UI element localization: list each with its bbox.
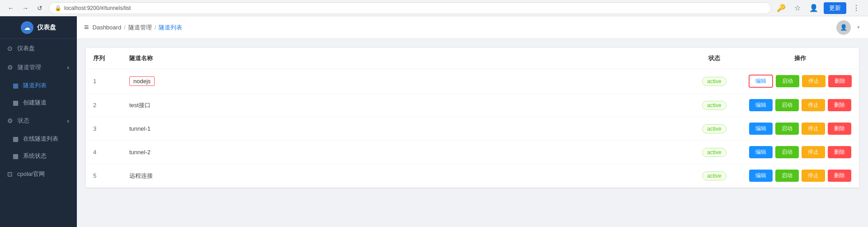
row-5-edit-button[interactable]: 编辑 <box>749 170 773 182</box>
table-header-row: 序列 隧道名称 状态 操作 <box>86 48 859 69</box>
row-1-name: nodejs <box>129 76 155 86</box>
row-3-edit-button[interactable]: 编辑 <box>749 123 773 135</box>
breadcrumb-sep-1: / <box>124 24 126 31</box>
row-1-actions: 编辑 启动 停止 删除 <box>741 69 859 94</box>
sidebar: ☁ 仪表盘 ⊙ 仪表盘 ⚙ 隧道管理 ∧ ▦ 隧道列表 ▦ 创建隧道 ⚙ 状态 … <box>0 16 77 227</box>
breadcrumb-current: 隧道列表 <box>159 24 182 32</box>
row-1-delete-button[interactable]: 删除 <box>828 75 852 87</box>
row-4-action-btns: 编辑 启动 停止 删除 <box>749 146 852 158</box>
row-4-status-badge: active <box>702 148 726 157</box>
sidebar-online-tunnels-label: 在线隧道列表 <box>23 135 58 143</box>
hamburger-button[interactable]: ≡ <box>84 23 89 32</box>
dashboard-icon: ⊙ <box>7 45 13 52</box>
back-button[interactable]: ← <box>5 3 16 14</box>
header-avatar[interactable]: 👤 <box>836 20 851 35</box>
table-row: 3 tunnel-1 active 编辑 启动 停止 删除 <box>86 117 859 141</box>
sidebar-item-online-tunnels[interactable]: ▦ 在线隧道列表 <box>0 130 77 147</box>
row-5-stop-button[interactable]: 停止 <box>802 170 825 182</box>
status-icon: ⚙ <box>7 117 13 124</box>
row-2-actions: 编辑 启动 停止 删除 <box>741 94 859 117</box>
row-2-delete-button[interactable]: 删除 <box>828 99 851 111</box>
row-1-stop-button[interactable]: 停止 <box>802 75 826 87</box>
star-icon[interactable]: ☆ <box>791 2 804 14</box>
row-3-actions: 编辑 启动 停止 删除 <box>741 117 859 141</box>
table-row: 4 tunnel-2 active 编辑 启动 停止 删除 <box>86 141 859 164</box>
cpolar-icon: ⊡ <box>7 170 13 178</box>
tunnels-table: 序列 隧道名称 状态 操作 1 nodejs <box>86 48 859 188</box>
row-4-name: tunnel-2 <box>122 141 687 164</box>
row-4-edit-button[interactable]: 编辑 <box>749 146 773 158</box>
row-3-name: tunnel-1 <box>122 117 687 141</box>
row-1-seq: 1 <box>86 69 122 94</box>
row-2-status-badge: active <box>702 101 726 110</box>
sidebar-section-status[interactable]: ⚙ 状态 ∧ <box>0 111 77 130</box>
logo-icon: ☁ <box>21 21 33 34</box>
sidebar-item-create-tunnel[interactable]: ▦ 创建隧道 <box>0 94 77 111</box>
row-4-start-button[interactable]: 启动 <box>775 146 799 158</box>
url-text: localhost:9200/#/tunnels/list <box>64 5 131 11</box>
row-4-stop-button[interactable]: 停止 <box>802 146 825 158</box>
row-3-action-btns: 编辑 启动 停止 删除 <box>749 123 852 135</box>
key-icon[interactable]: 🔑 <box>775 2 788 14</box>
row-2-action-btns: 编辑 启动 停止 删除 <box>749 99 852 111</box>
col-header-status: 状态 <box>687 48 741 69</box>
row-3-status-badge: active <box>702 124 726 133</box>
row-5-action-btns: 编辑 启动 停止 删除 <box>749 170 852 182</box>
sidebar-system-status-label: 系统状态 <box>23 152 47 160</box>
breadcrumb-tunnel-mgmt[interactable]: 隧道管理 <box>128 24 152 32</box>
row-1-status: active <box>687 69 741 94</box>
col-header-actions: 操作 <box>741 48 859 69</box>
col-header-name: 隧道名称 <box>122 48 687 69</box>
refresh-button[interactable]: ↺ <box>34 3 45 14</box>
logo-text: 仪表盘 <box>37 24 56 32</box>
account-icon[interactable]: 👤 <box>807 2 820 14</box>
row-1-name-cell: nodejs <box>122 69 687 94</box>
tunnel-mgmt-icon: ⚙ <box>7 64 13 71</box>
row-2-seq: 2 <box>86 94 122 117</box>
forward-button[interactable]: → <box>20 3 31 14</box>
row-5-seq: 5 <box>86 164 122 188</box>
create-tunnel-icon: ▦ <box>13 99 19 106</box>
sidebar-tunnel-list-label: 隧道列表 <box>23 81 47 90</box>
row-2-start-button[interactable]: 启动 <box>775 99 799 111</box>
row-5-status-badge: active <box>702 171 726 180</box>
update-button[interactable]: 更新 <box>824 2 846 14</box>
row-1-status-badge: active <box>702 77 726 86</box>
row-3-start-button[interactable]: 启动 <box>775 123 799 135</box>
row-5-name: 远程连接 <box>122 164 687 188</box>
sidebar-item-cpolar[interactable]: ⊡ cpolar官网 <box>0 165 77 184</box>
row-1-action-btns: 编辑 启动 停止 删除 <box>749 75 852 88</box>
lock-icon: 🔒 <box>55 5 61 11</box>
sidebar-item-dashboard[interactable]: ⊙ 仪表盘 <box>0 39 77 58</box>
row-5-delete-button[interactable]: 删除 <box>828 170 851 182</box>
sidebar-section-tunnel-mgmt[interactable]: ⚙ 隧道管理 ∧ <box>0 58 77 77</box>
sidebar-status-label: 状态 <box>18 117 29 125</box>
more-icon[interactable]: ⋮ <box>850 2 863 14</box>
status-arrow: ∧ <box>66 118 70 123</box>
row-3-delete-button[interactable]: 删除 <box>828 123 851 135</box>
row-4-seq: 4 <box>86 141 122 164</box>
browser-actions: 🔑 ☆ 👤 更新 ⋮ <box>775 2 863 14</box>
content-area: 序列 隧道名称 状态 操作 1 nodejs <box>77 39 868 227</box>
row-1-edit-button[interactable]: 编辑 <box>749 75 773 88</box>
header-dropdown-arrow[interactable]: ▼ <box>856 25 861 30</box>
row-5-actions: 编辑 启动 停止 删除 <box>741 164 859 188</box>
sidebar-cpolar-label: cpolar官网 <box>17 170 45 178</box>
sidebar-item-system-status[interactable]: ▦ 系统状态 <box>0 147 77 165</box>
row-4-delete-button[interactable]: 删除 <box>828 146 851 158</box>
breadcrumb: Dashboard / 隧道管理 / 隧道列表 <box>93 24 833 32</box>
sidebar-logo: ☁ 仪表盘 <box>0 16 77 39</box>
sidebar-item-tunnel-list[interactable]: ▦ 隧道列表 <box>0 77 77 94</box>
row-1-start-button[interactable]: 启动 <box>776 75 799 87</box>
col-header-seq: 序列 <box>86 48 122 69</box>
row-3-stop-button[interactable]: 停止 <box>802 123 825 135</box>
breadcrumb-dashboard[interactable]: Dashboard <box>93 24 122 31</box>
row-2-stop-button[interactable]: 停止 <box>802 99 825 111</box>
row-4-actions: 编辑 启动 停止 删除 <box>741 141 859 164</box>
browser-bar: ← → ↺ 🔒 localhost:9200/#/tunnels/list 🔑 … <box>0 0 868 16</box>
row-5-start-button[interactable]: 启动 <box>775 170 799 182</box>
row-2-edit-button[interactable]: 编辑 <box>749 99 773 111</box>
address-bar[interactable]: 🔒 localhost:9200/#/tunnels/list <box>49 2 771 14</box>
row-4-status: active <box>687 141 741 164</box>
header: ≡ Dashboard / 隧道管理 / 隧道列表 👤 ▼ <box>77 16 868 39</box>
